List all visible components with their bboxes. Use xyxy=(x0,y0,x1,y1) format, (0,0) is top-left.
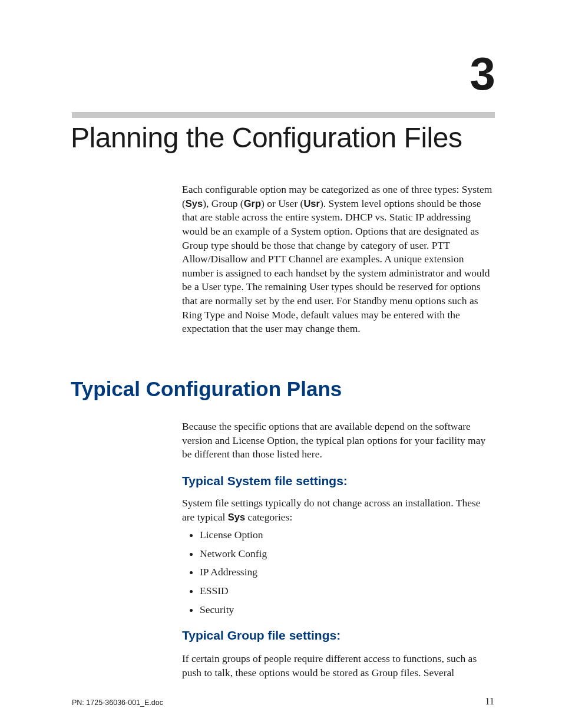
system-bullet-list: License Option Network Config IP Address… xyxy=(182,528,494,621)
subheading-group-settings: Typical Group file settings: xyxy=(182,627,494,644)
horizontal-divider xyxy=(72,112,495,118)
chapter-number: 3 xyxy=(470,47,494,101)
text-run: ). System level options should be those … xyxy=(182,197,490,335)
sys-label: Sys xyxy=(186,198,203,209)
footer-page-number: 11 xyxy=(485,696,494,707)
usr-label: Usr xyxy=(303,198,320,209)
list-item: Network Config xyxy=(200,547,494,561)
grp-label: Grp xyxy=(244,198,261,209)
text-run: ), Group ( xyxy=(203,197,244,209)
system-paragraph: System file settings typically do not ch… xyxy=(182,496,494,524)
text-run: System file settings typically do not ch… xyxy=(182,497,481,523)
intro-paragraph: Each configurable option may be categori… xyxy=(182,183,494,336)
section-heading-typical-plans: Typical Configuration Plans xyxy=(71,377,342,401)
sys-label-inline: Sys xyxy=(228,512,245,522)
footer-part-number: PN: 1725-36036-001_E.doc xyxy=(72,699,163,707)
text-run: categories: xyxy=(245,511,292,523)
list-item: Security xyxy=(200,603,494,617)
text-run: ) or User ( xyxy=(261,197,303,209)
subheading-system-settings: Typical System file settings: xyxy=(182,473,494,489)
page-container: 3 Planning the Configuration Files Each … xyxy=(0,0,562,728)
list-item: IP Addressing xyxy=(200,565,494,579)
group-paragraph: If certain groups of people require diff… xyxy=(182,652,494,680)
list-item: ESSID xyxy=(200,584,494,598)
list-item: License Option xyxy=(200,528,494,542)
chapter-title: Planning the Configuration Files xyxy=(71,121,462,154)
plans-paragraph: Because the specific options that are av… xyxy=(182,420,494,462)
